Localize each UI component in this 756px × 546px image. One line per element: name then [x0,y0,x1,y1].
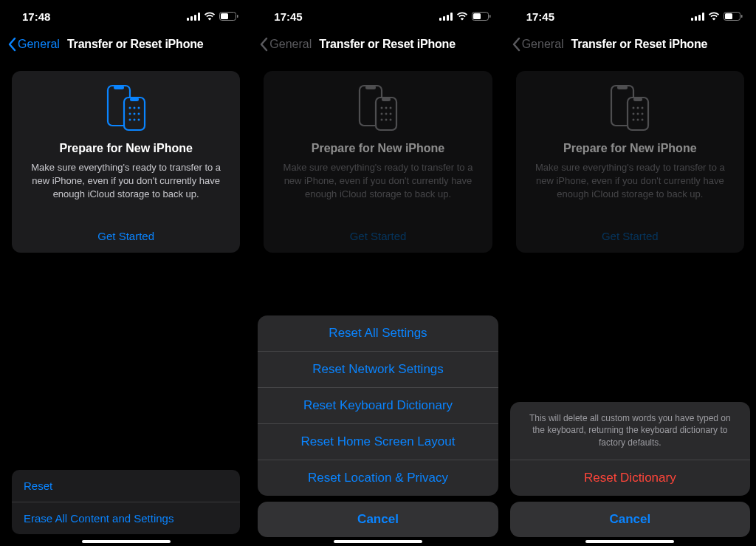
get-started-button[interactable]: Get Started [25,224,227,242]
svg-rect-40 [691,18,693,21]
status-icons [187,12,238,21]
svg-rect-2 [194,15,196,21]
status-time: 17:45 [274,10,302,23]
wifi-icon [708,12,720,21]
svg-rect-23 [450,13,453,21]
reset-row[interactable]: Reset [12,470,240,502]
svg-rect-50 [633,98,642,101]
svg-rect-5 [221,13,228,19]
chevron-left-icon [259,37,268,52]
back-button: General [259,37,312,52]
nav-bar: General Transfer or Reset iPhone [252,33,504,56]
svg-rect-45 [725,13,732,19]
svg-point-19 [137,119,140,121]
svg-rect-26 [489,15,491,18]
page-title: Transfer or Reset iPhone [67,38,204,51]
status-time: 17:48 [22,10,50,23]
svg-point-37 [380,119,382,121]
home-indicator[interactable] [82,540,171,543]
svg-point-32 [385,107,387,109]
card-heading: Prepare for New iPhone [25,142,227,155]
svg-point-59 [642,119,644,121]
svg-rect-42 [698,15,701,21]
prepare-card: Prepare for New iPhone Make sure everyth… [516,71,744,253]
card-heading: Prepare for New iPhone [529,142,731,155]
confirm-reset-dictionary-sheet: This will delete all custom words you ha… [510,402,750,537]
svg-point-54 [633,113,635,115]
chevron-left-icon [7,37,16,52]
prepare-card: Prepare for New iPhone Make sure everyth… [264,71,492,253]
transfer-icon [529,84,731,132]
svg-point-11 [128,107,131,109]
erase-row[interactable]: Erase All Content and Settings [12,502,240,534]
svg-rect-30 [382,98,391,101]
svg-point-55 [637,113,639,115]
back-label: General [522,38,564,51]
svg-point-34 [380,113,382,115]
svg-rect-1 [190,16,193,21]
wifi-icon [456,12,468,21]
screen-2: 17:45 General Transfer or Reset iPhone P… [252,0,504,546]
svg-point-53 [642,107,644,109]
reset-keyboard-dictionary-button[interactable]: Reset Keyboard Dictionary [258,387,498,423]
cellular-icon [439,13,453,21]
svg-rect-46 [741,15,743,18]
svg-point-35 [385,113,387,115]
reset-home-screen-layout-button[interactable]: Reset Home Screen Layout [258,423,498,460]
back-label: General [269,38,312,51]
reset-all-settings-button[interactable]: Reset All Settings [258,315,498,351]
screen-1: 17:48 General Transfer or Reset iPhone P… [0,0,252,546]
status-bar: 17:45 [504,0,756,33]
svg-point-56 [642,113,644,115]
nav-bar: General Transfer or Reset iPhone [0,33,252,56]
chevron-left-icon [512,37,520,52]
nav-bar: General Transfer or Reset iPhone [504,33,756,56]
page-title: Transfer or Reset iPhone [319,38,456,51]
svg-point-36 [389,113,391,115]
back-button: General [512,37,564,52]
status-time: 17:45 [526,10,554,23]
reset-location-privacy-button[interactable]: Reset Location & Privacy [258,460,498,496]
svg-point-17 [128,119,131,121]
transfer-icon [25,84,227,132]
svg-point-14 [128,113,131,115]
cancel-button[interactable]: Cancel [258,502,498,537]
get-started-button: Get Started [529,224,731,242]
svg-rect-6 [237,15,238,18]
cancel-button[interactable]: Cancel [510,502,750,537]
svg-point-33 [389,107,391,109]
sheet-options: Reset All Settings Reset Network Setting… [258,315,498,496]
svg-rect-10 [130,98,139,101]
cellular-icon [187,13,200,21]
svg-point-39 [389,119,391,121]
svg-rect-0 [187,18,189,21]
svg-point-58 [637,119,639,121]
back-label: General [18,38,60,51]
svg-point-16 [137,113,140,115]
svg-point-15 [133,113,135,115]
svg-rect-21 [443,16,445,21]
get-started-button: Get Started [277,224,478,242]
svg-point-51 [633,107,635,109]
screen-3: 17:45 General Transfer or Reset iPhone P… [504,0,756,546]
card-body: Make sure everything's ready to transfer… [277,161,478,202]
home-indicator[interactable] [585,540,674,543]
reset-dictionary-button[interactable]: Reset Dictionary [510,460,750,496]
transfer-icon [277,84,478,132]
svg-rect-25 [473,13,481,19]
svg-rect-41 [695,16,697,21]
svg-point-13 [137,107,140,109]
svg-point-38 [385,119,387,121]
svg-point-12 [133,107,135,109]
reset-network-settings-button[interactable]: Reset Network Settings [258,351,498,387]
back-button[interactable]: General [7,37,60,52]
status-icons [439,12,491,21]
svg-point-57 [633,119,635,121]
battery-icon [472,12,491,21]
bottom-options-list: Reset Erase All Content and Settings [12,470,240,534]
status-bar: 17:48 [0,0,252,33]
battery-icon [724,12,743,21]
svg-point-52 [637,107,639,109]
card-heading: Prepare for New iPhone [277,142,478,155]
home-indicator[interactable] [334,540,422,543]
